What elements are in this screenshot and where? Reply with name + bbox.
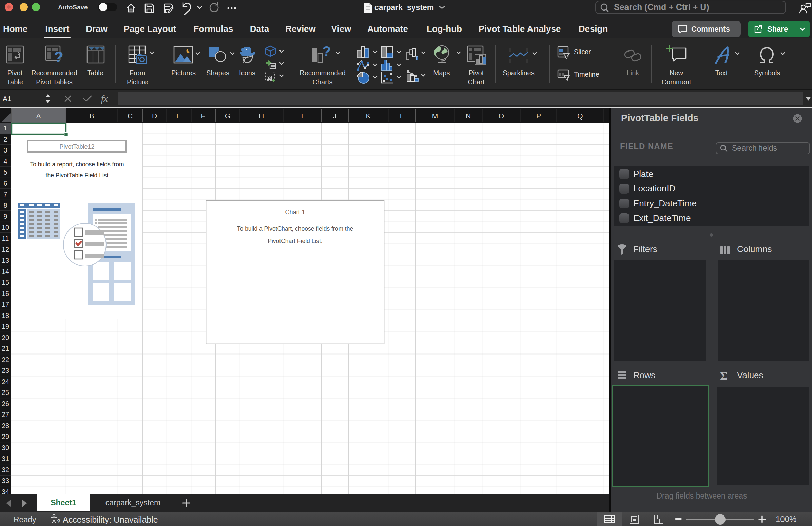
svg-text:12: 12 [2, 246, 9, 253]
svg-text:9: 9 [3, 212, 7, 220]
svg-text:16: 16 [2, 290, 9, 297]
svg-text:A: A [36, 112, 41, 120]
svg-text:?: ? [54, 48, 63, 66]
svg-text:20: 20 [2, 334, 9, 341]
svg-text:25: 25 [2, 389, 9, 396]
svg-text:K: K [366, 112, 371, 120]
svg-text:27: 27 [2, 411, 9, 418]
svg-text:28: 28 [2, 422, 9, 430]
svg-text:22: 22 [2, 356, 9, 363]
svg-text:G: G [225, 112, 230, 120]
svg-text:30: 30 [2, 444, 9, 451]
svg-text:Q: Q [577, 112, 583, 120]
svg-text:7: 7 [3, 191, 7, 198]
svg-text:M: M [432, 112, 438, 120]
svg-text:33: 33 [2, 477, 9, 484]
svg-text:E: E [176, 112, 181, 120]
svg-text:To build a report, choose fiel: To build a report, choose fields from [30, 161, 124, 168]
svg-text:15: 15 [2, 279, 9, 286]
svg-text:11: 11 [2, 235, 9, 242]
svg-text:34: 34 [2, 488, 9, 494]
svg-text:1: 1 [3, 124, 7, 132]
svg-text:5: 5 [3, 168, 7, 176]
svg-text:?: ? [322, 43, 331, 59]
svg-text:10: 10 [2, 224, 9, 231]
svg-text:To build a PivotChart, choose: To build a PivotChart, choose fields fro… [237, 225, 353, 232]
svg-text:the PivotTable Field List: the PivotTable Field List [46, 172, 108, 179]
svg-text:8: 8 [3, 202, 7, 209]
svg-text:32: 32 [2, 466, 9, 474]
svg-text:31: 31 [2, 455, 9, 462]
svg-text:P: P [536, 112, 541, 120]
svg-text:19: 19 [2, 322, 9, 330]
svg-text:fx: fx [101, 93, 108, 104]
svg-text:B: B [89, 112, 94, 120]
svg-text:17: 17 [2, 301, 9, 308]
svg-text:29: 29 [2, 433, 9, 440]
svg-text:J: J [333, 112, 337, 120]
svg-text:PivotChart Field List.: PivotChart Field List. [267, 238, 322, 244]
svg-text:?: ? [57, 518, 60, 525]
svg-text:D: D [152, 112, 157, 120]
svg-text:L: L [400, 112, 404, 120]
svg-text:18: 18 [2, 312, 9, 319]
svg-text:2: 2 [3, 136, 7, 143]
svg-text:23: 23 [2, 367, 9, 374]
svg-text:14: 14 [2, 268, 9, 275]
svg-text:3: 3 [3, 146, 7, 154]
svg-text:24: 24 [2, 378, 9, 385]
svg-text:4: 4 [3, 157, 7, 165]
svg-text:O: O [498, 112, 504, 120]
svg-text:N: N [466, 112, 471, 120]
svg-text:I: I [301, 112, 303, 120]
svg-text:PivotTable12: PivotTable12 [59, 144, 94, 150]
svg-text:Chart 1: Chart 1 [285, 209, 305, 215]
svg-text:H: H [259, 112, 264, 120]
svg-text:6: 6 [3, 180, 7, 187]
svg-text:F: F [201, 112, 205, 120]
svg-text:C: C [128, 112, 133, 120]
svg-text:26: 26 [2, 400, 9, 407]
svg-text:13: 13 [2, 257, 9, 264]
svg-text:21: 21 [2, 345, 9, 352]
